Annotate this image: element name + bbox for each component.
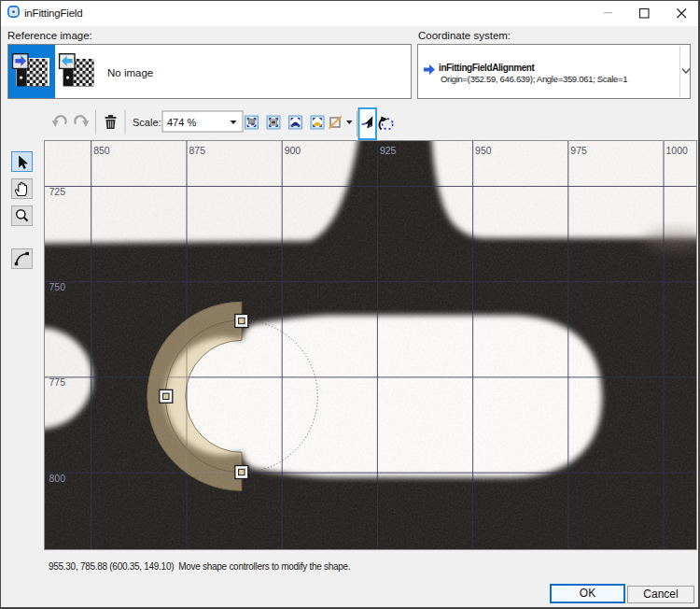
svg-text:1000: 1000 xyxy=(666,145,689,156)
svg-text:925: 925 xyxy=(380,145,397,156)
svg-text:Scale:: Scale: xyxy=(133,117,161,128)
svg-text:975: 975 xyxy=(570,145,587,156)
svg-text:875: 875 xyxy=(189,145,206,156)
svg-text:900: 900 xyxy=(285,145,301,156)
svg-text:725: 725 xyxy=(49,186,66,197)
svg-text:800: 800 xyxy=(49,473,66,484)
svg-text:950: 950 xyxy=(475,145,492,156)
svg-text:750: 750 xyxy=(49,281,66,292)
svg-text:775: 775 xyxy=(49,376,66,388)
svg-text:850: 850 xyxy=(93,145,110,156)
svg-text:474 %: 474 % xyxy=(167,117,196,128)
